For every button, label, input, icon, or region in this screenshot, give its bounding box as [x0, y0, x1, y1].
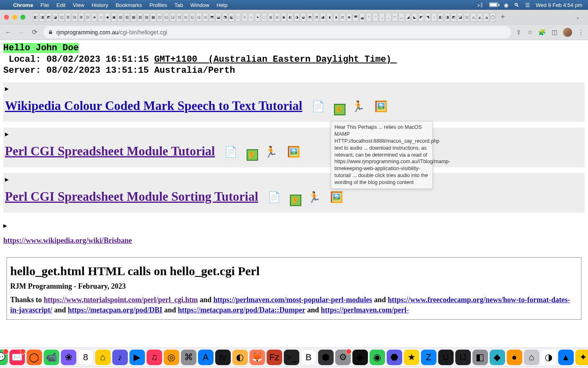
new-document-icon[interactable]: 📄 [224, 146, 241, 158]
pinned-tab[interactable]: ◔ [314, 13, 319, 22]
pinned-tab[interactable]: ● [255, 13, 261, 22]
picture-icon[interactable]: 🖼️ [287, 146, 303, 158]
picture-icon[interactable]: 🖼️ [374, 100, 391, 112]
pinned-tab[interactable]: ◵ [189, 13, 195, 22]
pinned-tab[interactable]: ◪ [52, 13, 58, 22]
pinned-tab[interactable]: ◓ [307, 13, 313, 22]
wifi-icon[interactable]: ◉ [504, 2, 508, 8]
pinned-tab[interactable]: ◬ [470, 13, 476, 22]
pinned-tab[interactable]: ◩ [46, 13, 51, 22]
pinned-tab[interactable]: ◘ [340, 13, 345, 22]
tutorial-link[interactable]: Wikipedia Colour Coded Mark Speech to Te… [5, 99, 302, 113]
bluetooth-icon[interactable]: ᚛ᛒ [477, 2, 483, 8]
pinned-tab[interactable]: ⊟ [72, 13, 78, 22]
menu-view[interactable]: View [73, 2, 84, 8]
control-center-icon[interactable]: ☰ [525, 2, 530, 8]
pinned-tab[interactable]: ▨ [144, 13, 149, 22]
timezone-link[interactable]: GMT+1100 (Australian Eastern Daylight Ti… [154, 54, 397, 65]
pinned-tab[interactable]: ◗ [333, 13, 339, 22]
pinned-tab[interactable]: ◐ [287, 13, 293, 22]
pinned-tab[interactable]: ▤ [118, 13, 123, 22]
window-minimize-button[interactable] [12, 15, 17, 20]
disclosure-triangle-icon[interactable]: ▶ [5, 177, 9, 182]
pinned-tab[interactable]: ◛ [359, 13, 365, 22]
new-document-icon[interactable]: 📄 [267, 191, 284, 203]
hear-icon[interactable]: 👂 [290, 195, 301, 206]
hear-icon[interactable]: 👂 [334, 104, 345, 115]
bookmark-icon[interactable]: ☆ [527, 29, 532, 36]
pinned-tab[interactable]: ◯ [490, 13, 496, 22]
side-panel-icon[interactable]: ◫ [552, 29, 557, 36]
pinned-tab[interactable]: ◠ [392, 13, 398, 22]
pinned-tab[interactable]: ◆ [105, 13, 110, 22]
run-icon[interactable]: 🏃 [307, 191, 324, 203]
window-zoom-button[interactable] [20, 15, 25, 20]
pinned-tab[interactable]: ◷ [203, 13, 208, 22]
disclosure-triangle-icon[interactable]: ▶ [5, 86, 9, 92]
pinned-tab[interactable]: ◧ [438, 13, 443, 22]
menu-help[interactable]: Help [217, 2, 228, 8]
pinned-tab[interactable]: ◫ [464, 13, 470, 22]
spotlight-icon[interactable]: 🔍︎ [514, 2, 519, 8]
run-icon[interactable]: 🏃 [264, 146, 281, 158]
pinned-tab[interactable]: ⬓ [216, 13, 221, 22]
pinned-tab[interactable]: ◖ [327, 13, 332, 22]
pinned-tab[interactable]: ◌ [261, 13, 267, 22]
pinned-tab[interactable]: ⬔ [222, 13, 228, 22]
ref-link[interactable]: https://www.tutorialspoint.com/perl/perl… [44, 296, 198, 304]
back-button[interactable]: ← [4, 29, 12, 36]
share-icon[interactable]: ⇪ [516, 29, 521, 36]
extensions-icon[interactable]: 🧩 [538, 29, 546, 36]
pinned-tab[interactable]: ⬒ [209, 13, 215, 22]
pinned-tab[interactable]: ⬚ [235, 13, 241, 22]
menu-tab[interactable]: Tab [174, 2, 183, 8]
pinned-tab[interactable]: ▩ [150, 13, 156, 22]
pinned-tab[interactable]: ◮ [483, 13, 489, 22]
tutorial-link[interactable]: Perl CGI Spreadsheet Module Tutorial [5, 144, 215, 158]
pinned-tab[interactable]: ⊠ [78, 13, 84, 22]
menubar-app-name[interactable]: Chrome [13, 2, 33, 8]
pinned-tab[interactable]: ◜ [366, 13, 372, 22]
pinned-tab[interactable]: ◇ [98, 13, 104, 22]
pinned-tab[interactable]: ◨ [444, 13, 450, 22]
pinned-tab[interactable]: ◡ [399, 13, 404, 22]
menu-history[interactable]: History [91, 2, 108, 8]
menu-edit[interactable]: Edit [56, 2, 65, 8]
pinned-tab[interactable]: ◉ [281, 13, 287, 22]
hear-icon[interactable]: 👂 [247, 149, 258, 161]
profile-avatar[interactable] [563, 28, 572, 37]
pinned-tab[interactable]: ◎ [274, 13, 280, 22]
pinned-tab[interactable]: ▥ [124, 13, 130, 22]
pinned-tab[interactable]: ○ [248, 13, 254, 22]
pinned-tab[interactable]: ⬕ [229, 13, 234, 22]
pinned-tab[interactable]: ◫ [59, 13, 65, 22]
address-bar[interactable]: 🔒︎ rjmprogramming.com.au/cgi-bin/helloge… [43, 26, 511, 38]
ref-link[interactable]: https://perlmaven.com/perl- [321, 306, 409, 314]
chrome-menu-icon[interactable]: ⋮ [578, 29, 584, 36]
pinned-tab[interactable]: ◝ [372, 13, 378, 22]
ref-link[interactable]: https://metacpan.org/pod/DBI [68, 306, 163, 314]
pinned-tab[interactable]: ◕ [320, 13, 326, 22]
battery-icon[interactable] [489, 2, 498, 8]
pinned-tab[interactable]: ◥ [425, 13, 430, 22]
menu-profiles[interactable]: Profiles [149, 2, 167, 8]
pinned-tab[interactable]: ◶ [196, 13, 202, 22]
pinned-tab[interactable]: ◞ [379, 13, 385, 22]
ref-link[interactable]: https://metacpan.org/pod/Data::Dumper [178, 306, 305, 314]
tutorial-link[interactable]: Perl CGI Spreadsheet Module Sorting Tuto… [5, 189, 258, 204]
pinned-tab[interactable]: ◧ [33, 13, 38, 22]
pinned-tab[interactable]: ◱ [163, 13, 169, 22]
pinned-tab[interactable]: ◢ [405, 13, 411, 22]
pinned-tab[interactable]: ◟ [385, 13, 391, 22]
menubar-clock[interactable]: Wed 8 Feb 4:54 pm [536, 2, 582, 8]
pinned-tab[interactable]: ◚ [353, 13, 359, 22]
pinned-tab[interactable]: ⊡ [85, 13, 91, 22]
reload-button[interactable]: ⟳ [30, 28, 38, 36]
pinned-tab[interactable]: ◦ [431, 13, 437, 22]
disclosure-triangle-icon[interactable]: ▶ [3, 223, 7, 229]
pinned-tab[interactable]: ◤ [418, 13, 424, 22]
new-document-icon[interactable]: 📄 [312, 100, 328, 112]
window-close-button[interactable] [4, 15, 9, 20]
pinned-tab[interactable]: ◪ [457, 13, 463, 22]
pinned-tab[interactable]: ◰ [157, 13, 163, 22]
